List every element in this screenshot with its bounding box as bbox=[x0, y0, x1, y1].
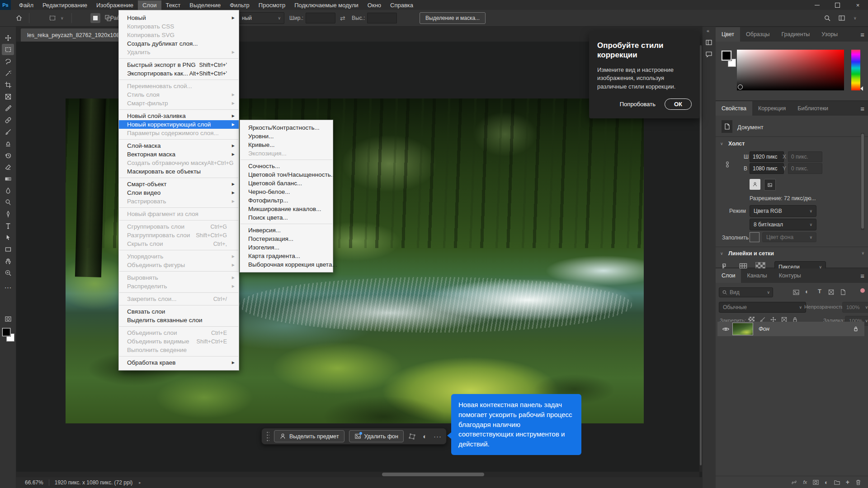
menubar-item[interactable]: Слои bbox=[138, 0, 161, 10]
filter-image-icon[interactable] bbox=[793, 289, 800, 296]
menu-item[interactable]: Уровни... bbox=[240, 132, 333, 141]
history-brush-tool[interactable] bbox=[2, 150, 14, 161]
workspace-icon[interactable] bbox=[838, 10, 845, 26]
workspace-chevron-icon[interactable]: ∨ bbox=[854, 10, 857, 26]
menu-item[interactable]: Яркость/Контрастность... bbox=[240, 123, 333, 132]
filter-adjustment-icon[interactable]: ◐ bbox=[805, 288, 809, 295]
panel-tab[interactable]: Каналы bbox=[741, 268, 773, 283]
menu-item[interactable]: Выборочная коррекция цвета... bbox=[240, 260, 333, 269]
new-selection-icon[interactable] bbox=[90, 13, 100, 23]
opacity-value[interactable]: 100%∨ bbox=[842, 302, 868, 313]
frame-tool[interactable] bbox=[2, 91, 14, 102]
menu-item[interactable]: Черно-белое... bbox=[240, 188, 333, 196]
layer-thumbnail[interactable] bbox=[732, 323, 753, 335]
pen-tool[interactable] bbox=[2, 208, 14, 220]
hue-slider-pointer[interactable] bbox=[860, 86, 863, 91]
zoom-level[interactable]: 66.67% bbox=[25, 479, 43, 486]
menu-item[interactable]: Новый корректирующий слой▶ bbox=[119, 120, 239, 129]
filter-type-icon[interactable]: T bbox=[818, 288, 821, 295]
menu-item[interactable]: Векторная маска▶ bbox=[119, 150, 239, 159]
menu-item[interactable]: Выделить связанные слои bbox=[119, 316, 239, 324]
menu-item[interactable]: Экспортировать как...Alt+Shift+Ctrl+' bbox=[119, 69, 239, 78]
scroll-down-icon[interactable]: ∨ bbox=[861, 251, 864, 255]
swap-dimensions-icon[interactable]: ⇄ bbox=[340, 10, 345, 26]
style-dropdown[interactable]: ный∨ bbox=[238, 10, 284, 26]
menu-item[interactable]: Быстрый экспорт в PNGShift+Ctrl+' bbox=[119, 61, 239, 69]
taskbar-drag-handle[interactable] bbox=[266, 431, 269, 442]
remove-background-button[interactable]: Удалить фон bbox=[349, 430, 404, 442]
height-input[interactable] bbox=[367, 10, 397, 26]
menu-item[interactable]: Смарт-объект▶ bbox=[119, 180, 239, 188]
menubar-item[interactable]: Выделение bbox=[185, 0, 225, 10]
edit-toolbar-icon[interactable]: ··· bbox=[2, 282, 14, 293]
maximize-button[interactable] bbox=[827, 0, 848, 10]
horizontal-scrollbar[interactable] bbox=[16, 472, 699, 477]
panel-menu-icon[interactable]: ≡ bbox=[860, 272, 864, 280]
eraser-tool[interactable] bbox=[2, 161, 14, 173]
menu-item[interactable]: Слои видео▶ bbox=[119, 188, 239, 197]
bit-depth-dropdown[interactable]: 8 бит/канал∨ bbox=[750, 219, 816, 230]
hue-slider[interactable] bbox=[851, 50, 860, 90]
menu-item[interactable]: Новый слой-заливка▶ bbox=[119, 112, 239, 120]
menu-item[interactable]: Маскировать все объекты bbox=[119, 167, 239, 176]
color-picker-circle[interactable] bbox=[738, 84, 743, 89]
crop-tool[interactable] bbox=[2, 79, 14, 90]
gradient-tool[interactable] bbox=[2, 173, 14, 184]
panel-tab[interactable]: Узоры bbox=[816, 27, 844, 42]
try-button[interactable]: Попробовать bbox=[620, 101, 656, 108]
select-subject-button[interactable]: Выделить предмет bbox=[274, 430, 344, 442]
panel-tab[interactable]: Градиенты bbox=[776, 27, 816, 42]
panel-tab[interactable]: Свойства bbox=[716, 101, 752, 116]
foreground-color-swatch[interactable] bbox=[722, 51, 731, 61]
landscape-orientation-button[interactable] bbox=[764, 179, 776, 191]
new-layer-icon[interactable]: + bbox=[846, 479, 849, 486]
menu-item[interactable]: Сочность... bbox=[240, 162, 333, 170]
eyedropper-tool[interactable] bbox=[2, 103, 14, 114]
ok-button[interactable]: ОК bbox=[665, 99, 692, 110]
dodge-tool[interactable] bbox=[2, 197, 14, 208]
minimize-button[interactable] bbox=[807, 0, 827, 10]
menubar-item[interactable]: Просмотр bbox=[254, 0, 290, 10]
zoom-tool[interactable] bbox=[2, 267, 14, 278]
panel-scrollbar[interactable] bbox=[861, 133, 864, 230]
canvas-x-input[interactable]: 0 пикс. bbox=[788, 151, 822, 162]
status-chevron-icon[interactable]: ▸ bbox=[139, 480, 141, 485]
layer-style-icon[interactable]: fx bbox=[803, 479, 807, 485]
comments-panel-icon[interactable] bbox=[705, 51, 712, 58]
panel-tab[interactable]: Слои bbox=[716, 268, 741, 283]
width-input[interactable] bbox=[306, 10, 335, 26]
visibility-eye-icon[interactable] bbox=[722, 325, 730, 333]
add-mask-icon[interactable] bbox=[812, 479, 819, 486]
healing-brush-tool[interactable] bbox=[2, 114, 14, 126]
select-and-mask-button[interactable]: Выделение и маска... bbox=[420, 10, 486, 26]
collapse-canvas-icon[interactable]: ∨ bbox=[720, 142, 723, 146]
portrait-orientation-button[interactable] bbox=[750, 179, 760, 190]
lasso-tool[interactable] bbox=[2, 56, 14, 67]
menu-item[interactable]: Новый▶ bbox=[119, 14, 239, 22]
new-adjustment-layer-icon[interactable]: ◐ bbox=[825, 479, 828, 486]
move-tool[interactable] bbox=[2, 32, 14, 43]
expand-panels-icon[interactable]: « bbox=[707, 28, 709, 33]
menu-item[interactable]: Изогелия... bbox=[240, 243, 333, 252]
layer-filter-search[interactable]: Вид ∨ bbox=[719, 287, 773, 297]
canvas-y-input[interactable]: 0 пикс. bbox=[788, 163, 822, 174]
new-group-icon[interactable] bbox=[834, 479, 840, 486]
path-select-tool[interactable] bbox=[2, 232, 14, 243]
hand-tool[interactable] bbox=[2, 255, 14, 267]
menubar-item[interactable]: Подключаемые модули bbox=[290, 0, 363, 10]
object-selection-tool[interactable] bbox=[2, 67, 14, 79]
color-mode-dropdown[interactable]: Цвета RGB∨ bbox=[750, 205, 816, 217]
brush-tool[interactable] bbox=[2, 126, 14, 137]
link-layers-icon[interactable] bbox=[791, 479, 797, 486]
link-dimensions-icon[interactable] bbox=[724, 155, 731, 174]
menubar-item[interactable]: Окно bbox=[363, 0, 386, 10]
menubar-item[interactable]: Справка bbox=[386, 0, 418, 10]
fill-color-dropdown[interactable]: Цвет фона∨ bbox=[762, 232, 816, 242]
panel-tab[interactable]: Контуры bbox=[773, 268, 807, 283]
home-icon[interactable] bbox=[15, 10, 23, 26]
menu-item[interactable]: Связать слои bbox=[119, 307, 239, 316]
panel-tab[interactable]: Цвет bbox=[716, 27, 740, 42]
canvas-height-input[interactable]: 1080 пикс bbox=[750, 163, 784, 174]
layer-row-background[interactable]: Фон bbox=[717, 322, 864, 336]
menu-item[interactable]: Фотофильтр... bbox=[240, 196, 333, 205]
